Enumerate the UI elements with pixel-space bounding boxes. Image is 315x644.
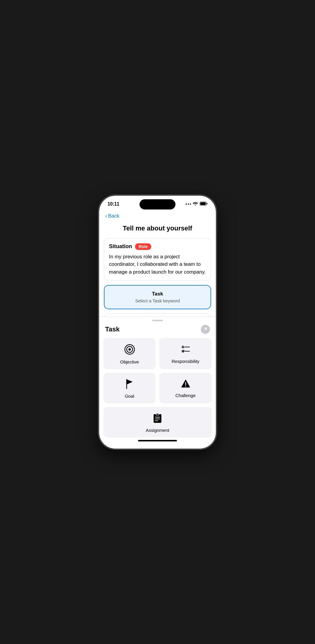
svg-point-5	[128, 348, 131, 351]
bottom-sheet: Task ✕ Objective	[99, 316, 216, 449]
status-icons	[186, 201, 208, 207]
svg-point-12	[185, 386, 186, 387]
keyword-responsibility[interactable]: Responsibility	[159, 338, 212, 369]
svg-point-6	[182, 346, 184, 348]
challenge-label: Challenge	[175, 393, 196, 398]
wifi-icon	[193, 201, 198, 207]
situation-text: In my previous role as a project coordin…	[109, 253, 206, 276]
sheet-handle-bar	[152, 320, 163, 321]
keyword-challenge[interactable]: Challenge	[159, 373, 212, 403]
assignment-icon	[153, 413, 162, 425]
situation-card: Situation Role In my previous role as a …	[104, 238, 211, 281]
keyword-grid: Objective Responsibility	[99, 338, 216, 438]
assignment-label: Assignment	[146, 428, 169, 433]
situation-label: Situation	[109, 243, 132, 250]
home-indicator	[99, 438, 216, 443]
status-time: 10:11	[107, 201, 119, 207]
signal-icon	[186, 203, 191, 205]
back-label: Back	[108, 213, 119, 219]
svg-rect-14	[156, 414, 159, 415]
sheet-header: Task ✕	[99, 323, 216, 338]
responsibility-icon	[181, 344, 191, 356]
challenge-icon	[181, 379, 191, 390]
svg-rect-13	[154, 414, 161, 423]
close-button[interactable]: ✕	[201, 325, 210, 334]
action-card[interactable]: Action Tap to edit	[104, 313, 211, 316]
objective-icon	[124, 344, 135, 356]
svg-rect-2	[207, 203, 208, 204]
scroll-content: Situation Role In my previous role as a …	[99, 238, 216, 316]
task-card-subtitle: Select a Task keyword	[109, 298, 206, 303]
home-bar	[138, 440, 177, 441]
task-card[interactable]: Task Select a Task keyword	[104, 285, 211, 309]
phone-screen: 10:11	[99, 196, 216, 449]
close-icon: ✕	[204, 327, 208, 331]
responsibility-label: Responsibility	[172, 359, 199, 364]
situation-header: Situation Role	[109, 243, 206, 250]
goal-icon	[125, 379, 134, 390]
dynamic-island	[140, 199, 175, 209]
page-title: Tell me about yourself	[99, 221, 216, 238]
keyword-assignment[interactable]: Assignment	[103, 407, 212, 438]
back-button[interactable]: ‹ Back	[99, 211, 216, 221]
sheet-handle	[99, 317, 216, 323]
keyword-goal[interactable]: Goal	[103, 373, 156, 403]
back-chevron-icon: ‹	[105, 213, 107, 219]
sheet-title: Task	[105, 325, 120, 333]
role-badge: Role	[135, 243, 151, 250]
goal-label: Goal	[125, 393, 134, 399]
phone-frame: 10:11	[99, 196, 216, 449]
svg-rect-1	[200, 202, 206, 205]
task-card-title: Task	[109, 291, 206, 297]
objective-label: Objective	[120, 359, 139, 364]
keyword-objective[interactable]: Objective	[103, 338, 156, 369]
battery-icon	[200, 201, 208, 207]
